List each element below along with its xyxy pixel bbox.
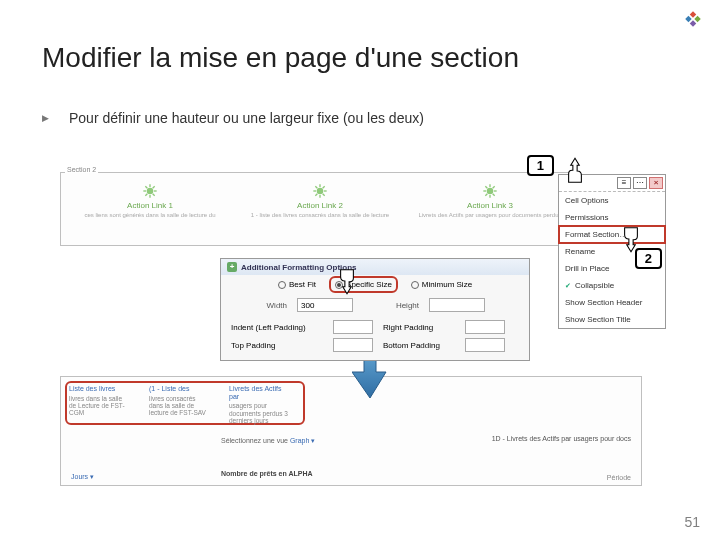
bottom-padding-label: Bottom Padding (383, 341, 459, 350)
result-col: (1 - Liste deslivres consacrés dans la s… (149, 385, 211, 424)
action-link-title: Action Link 2 (245, 201, 395, 210)
menu-item-permissions[interactable]: Permissions (559, 209, 665, 226)
gear-icon (482, 183, 498, 199)
svg-rect-2 (685, 16, 691, 22)
action-link-col: Action Link 2 1 - liste des livres consa… (245, 183, 395, 219)
radio-best-fit[interactable]: Best Fit (278, 280, 316, 289)
height-input[interactable] (429, 298, 485, 312)
svg-line-27 (485, 186, 487, 188)
top-padding-input[interactable] (333, 338, 373, 352)
result-footer-right: Période (607, 474, 631, 481)
svg-line-28 (493, 194, 495, 196)
svg-line-10 (153, 194, 155, 196)
pointer-hand-icon (558, 154, 592, 192)
close-icon[interactable]: × (649, 177, 663, 189)
menu-item-collapsible[interactable]: Collapsible (559, 277, 665, 294)
action-link-desc: 1 - liste des livres consacrés dans la s… (245, 212, 395, 219)
result-col: Livrets des Actifs parusagers pour docum… (229, 385, 291, 424)
menu-options-icon[interactable]: ≡ (617, 177, 631, 189)
svg-line-9 (145, 186, 147, 188)
menu-item-show-header[interactable]: Show Section Header (559, 294, 665, 311)
radio-minimum-size[interactable]: Minimum Size (411, 280, 472, 289)
result-right-text: 1D - Livrets des Actifs par usagers pour… (492, 435, 631, 442)
brand-logo-icon (682, 8, 704, 34)
callout-badge-2: 2 (635, 248, 662, 269)
action-link-title: Action Link 1 (75, 201, 225, 210)
result-footer-left: Jours ▾ (71, 473, 94, 481)
section-panel-label: Section 2 (65, 166, 98, 173)
action-link-desc: Livrets des Actifs par usagers pour docu… (415, 212, 565, 219)
pointer-hand-icon (330, 260, 364, 298)
svg-point-13 (317, 188, 324, 195)
view-dropdown[interactable]: Graph ▾ (290, 437, 315, 444)
expand-icon[interactable]: + (227, 262, 237, 272)
bottom-padding-input[interactable] (465, 338, 505, 352)
svg-line-21 (323, 186, 325, 188)
result-col: Liste des livreslivres dans la salle de … (69, 385, 131, 424)
right-padding-input[interactable] (465, 320, 505, 334)
action-link-col: Action Link 1 ces liens sont générés dan… (75, 183, 225, 219)
svg-point-22 (487, 188, 494, 195)
illustration-stage: 1 Section 2 Action Link 1 ces liens sont… (60, 152, 670, 492)
result-panel: Liste des livreslivres dans la salle de … (60, 376, 642, 486)
result-heading: Nombre de prêts en ALPHA (221, 470, 313, 477)
svg-line-12 (153, 186, 155, 188)
svg-rect-3 (690, 20, 696, 26)
action-link-title: Action Link 3 (415, 201, 565, 210)
svg-line-30 (493, 186, 495, 188)
menu-item-show-title[interactable]: Show Section Title (559, 311, 665, 328)
gear-icon (312, 183, 328, 199)
action-link-col: Action Link 3 Livrets des Actifs par usa… (415, 183, 565, 219)
action-link-desc: ces liens sont générés dans la salle de … (75, 212, 225, 219)
svg-line-20 (315, 194, 317, 196)
gear-icon (142, 183, 158, 199)
svg-line-19 (323, 194, 325, 196)
svg-line-29 (485, 194, 487, 196)
width-label: Width (231, 301, 287, 310)
bullet-text: Pour définir une hauteur ou une largeur … (69, 110, 424, 126)
slide-title: Modifier la mise en page d'une section (42, 42, 519, 74)
right-padding-label: Right Padding (383, 323, 459, 332)
svg-point-4 (147, 188, 154, 195)
bullet-item: ▶ Pour définir une hauteur ou une largeu… (42, 110, 424, 126)
svg-rect-1 (694, 16, 700, 22)
svg-line-18 (315, 186, 317, 188)
formatting-options-dialog: + Additional Formatting Options Best Fit… (220, 258, 530, 361)
height-label: Height (363, 301, 419, 310)
indent-input[interactable] (333, 320, 373, 334)
section-panel: Section 2 Action Link 1 ces liens sont g… (60, 172, 580, 246)
menu-settings-icon[interactable]: ⋯ (633, 177, 647, 189)
width-input[interactable] (297, 298, 353, 312)
view-selector-row: Sélectionnez une vue Graph ▾ (221, 437, 315, 445)
bullet-marker-icon: ▶ (42, 113, 49, 123)
menu-item-cell-options[interactable]: Cell Options (559, 192, 665, 209)
svg-line-11 (145, 194, 147, 196)
menu-item-format-section[interactable]: Format Section… (559, 226, 665, 243)
svg-rect-0 (690, 11, 696, 17)
top-padding-label: Top Padding (231, 341, 327, 350)
indent-label: Indent (Left Padding) (231, 323, 327, 332)
callout-badge-1: 1 (527, 155, 554, 176)
page-number: 51 (684, 514, 700, 530)
